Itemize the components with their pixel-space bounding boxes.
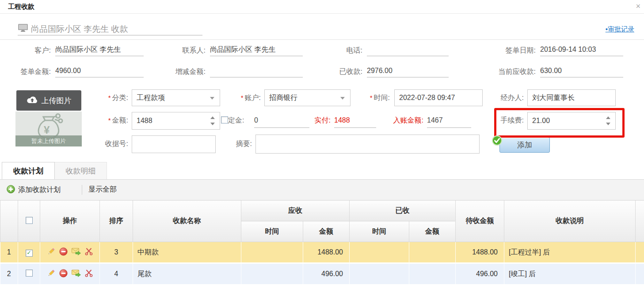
category-select[interactable]: 工程款项 (132, 89, 220, 106)
contact-label: 联系人: (146, 45, 206, 56)
payment-plan-table: 操作 排序 收款名称 应收 已收 待收金额 收款说明 时间 金额 时间 金额 1… (0, 200, 644, 284)
dialog-titlebar: 工程收款 × (0, 0, 644, 14)
table-row: 1 ✓ 3 中期款 1488.00 1488.00 [工程过半] 后 (0, 242, 644, 263)
forward-mail-icon[interactable] (72, 270, 81, 279)
image-placeholder: ¥ 暂未上传图片 (15, 112, 82, 146)
customer-label: 客户: (0, 45, 51, 56)
no-image-text: 暂未上传图片 (15, 135, 82, 146)
row-checkbox[interactable] (26, 270, 33, 277)
fee-stepper[interactable]: 21.00 (527, 112, 616, 130)
tab-label: 收款计划 (13, 166, 43, 176)
scissors-icon[interactable] (85, 270, 93, 279)
paid-label: 实付: (304, 112, 331, 129)
deposit-value[interactable]: 0 (254, 114, 309, 128)
add-button-label: 添加 (517, 140, 532, 150)
sign-date-label: 签单日期: (451, 45, 536, 56)
time-input[interactable]: 2022-07-28 09:47 (394, 89, 483, 106)
approval-records-link[interactable]: •审批记录 (606, 25, 634, 34)
chevron-down-icon (340, 97, 345, 100)
header-rownum (0, 200, 18, 242)
header-spacer (636, 200, 644, 242)
receipt-no-input[interactable] (132, 135, 216, 153)
sign-amount-value: 4960.00 (55, 65, 144, 77)
summary-input[interactable] (255, 135, 480, 154)
toolbar-separator (82, 185, 82, 195)
amount-label: *金额: (80, 112, 128, 129)
phone-value (367, 44, 449, 56)
phone-label: 电话: (283, 45, 362, 56)
add-plan-button[interactable]: 添加收款计划 (7, 185, 61, 195)
cell-note: [工程过半] 后 (504, 242, 636, 263)
scissors-icon[interactable] (85, 248, 93, 257)
cell-recv-amount: 1488.00 (303, 242, 350, 263)
row-ops (40, 242, 100, 263)
chevron-down-icon (210, 97, 214, 100)
fee-value: 21.00 (532, 117, 550, 124)
edit-pencil-icon[interactable] (47, 269, 55, 279)
dialog-title: 工程收款 (8, 3, 34, 11)
required-mark: * (108, 94, 111, 101)
account-value: 招商银行 (269, 94, 297, 101)
tab-payment-detail[interactable]: 收款明细 (54, 162, 107, 179)
spin-up-icon[interactable] (210, 116, 215, 119)
current-due-value: 630.00 (540, 65, 623, 77)
table-row: 2 4 尾款 496.00 496.00 [竣工] 后 (0, 263, 644, 285)
header-recv-time: 时间 (241, 221, 303, 242)
deposit-checkbox[interactable] (221, 116, 228, 123)
plan-toolbar: 添加收款计划 显示全部 (0, 179, 644, 200)
fee-label: 手续费: (480, 112, 524, 129)
cell-paid-time (350, 242, 409, 263)
category-label: *分类: (80, 89, 128, 106)
header-pending: 待收金额 (456, 200, 504, 242)
row-ops (40, 263, 100, 285)
upload-image-button[interactable]: 上传图片 (16, 90, 81, 111)
header-op: 操作 (40, 200, 100, 242)
entry-amount-value: 1467 (427, 114, 471, 128)
tab-payment-plan[interactable]: 收款计划 (2, 162, 55, 179)
row-checkbox-cell: ✓ (18, 242, 40, 263)
cell-sort: 4 (100, 263, 133, 285)
summary-label: 摘要: (221, 135, 252, 152)
cell-spacer (636, 242, 644, 263)
spin-down-icon[interactable] (210, 123, 215, 125)
row-number: 1 (0, 242, 18, 263)
time-label: *时间: (349, 89, 390, 106)
select-all-checkbox[interactable] (26, 217, 33, 224)
header-sort: 排序 (100, 200, 133, 242)
remove-circle-icon[interactable] (59, 247, 68, 258)
cell-sort: 3 (100, 242, 133, 263)
add-button[interactable]: 添加 (499, 137, 550, 153)
handler-input[interactable]: 刘大同董事长 (527, 89, 616, 106)
cell-paid-amount (409, 263, 456, 285)
spin-down-icon[interactable] (606, 123, 610, 125)
header-name: 收款名称 (133, 200, 241, 242)
project-title: 尚品国际小区 李先生 收款 (31, 23, 128, 35)
header-recv-amount: 金额 (303, 221, 350, 242)
remove-circle-icon[interactable] (59, 269, 68, 279)
cell-spacer (636, 263, 644, 285)
cell-name: 中期款 (133, 242, 241, 263)
forward-mail-icon[interactable] (72, 248, 81, 257)
show-all-label: 显示全部 (88, 185, 117, 194)
handler-label: 经办人: (480, 89, 524, 106)
spin-up-icon[interactable] (606, 116, 610, 119)
entry-amount-label: 入账金额: (384, 112, 423, 129)
edit-pencil-icon[interactable] (47, 247, 55, 258)
plus-circle-icon (7, 185, 15, 195)
cell-pending: 496.00 (456, 263, 504, 285)
show-all-button[interactable]: 显示全部 (88, 185, 117, 194)
row-checkbox[interactable]: ✓ (26, 250, 33, 257)
cloud-upload-icon (27, 95, 38, 106)
amount-stepper[interactable]: 1488 (132, 112, 220, 130)
deposit-label: 定金: (228, 112, 250, 129)
cell-paid-time (350, 263, 409, 285)
paid-value: 1488 (334, 114, 376, 128)
close-icon[interactable]: × (636, 2, 640, 11)
header-received-group: 已收 (350, 200, 456, 221)
account-select[interactable]: 招商银行 (264, 89, 351, 106)
adjust-amount-label: 增减金额: (146, 66, 206, 77)
subheader: 尚品国际小区 李先生 收款 •审批记录 (0, 14, 644, 40)
received-value: 2976.00 (367, 65, 449, 77)
upload-image-label: 上传图片 (42, 96, 72, 106)
sign-date-value: 2016-09-14 10:03 (540, 44, 623, 56)
